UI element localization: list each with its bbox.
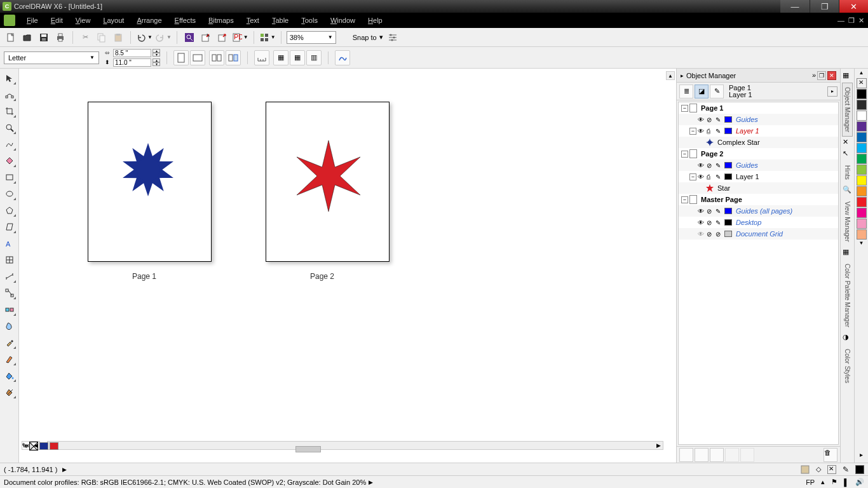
menu-logo-icon[interactable] <box>4 15 15 26</box>
window-minimize-button[interactable]: — <box>780 0 810 13</box>
layer-manager-view-button[interactable]: ≣ <box>679 85 693 98</box>
vscroll-up-button[interactable]: ▲ <box>666 71 675 80</box>
side-tab-view-manager[interactable]: View Manager <box>842 197 853 247</box>
dimension-tool[interactable] <box>3 269 17 283</box>
outline-color-well[interactable] <box>50 442 58 450</box>
magnifier-icon[interactable]: 🔍 <box>843 186 853 196</box>
connector-tool[interactable] <box>3 286 17 300</box>
menu-edit[interactable]: Edit <box>44 17 69 24</box>
undo-button[interactable]: ▼ <box>136 32 153 43</box>
mdi-close-button[interactable]: ✕ <box>858 17 864 25</box>
side-icon-1[interactable]: ▦ <box>843 71 853 81</box>
menu-help[interactable]: Help <box>362 17 389 24</box>
status-next-icon[interactable]: ▶ <box>62 466 67 473</box>
palette-swatch[interactable] <box>857 165 867 175</box>
palette-none-swatch[interactable] <box>857 78 867 88</box>
shape-tool[interactable] <box>3 88 17 102</box>
pick-tool[interactable] <box>3 71 17 85</box>
object-tree[interactable]: −Page 1 👁⊘✎Guides −👁⎙✎Layer 1 Complex St… <box>678 102 839 445</box>
tree-complex-star[interactable]: Complex Star <box>717 139 760 146</box>
crop-tool[interactable] <box>3 104 17 118</box>
paste-button[interactable] <box>111 30 125 44</box>
zoom-tool[interactable] <box>3 121 17 135</box>
side-tab-hints[interactable]: Hints <box>842 161 853 184</box>
layer-color-swatch[interactable] <box>724 116 732 123</box>
editable-icon[interactable]: ✎ <box>715 128 723 135</box>
grid3-button[interactable]: ▥ <box>306 50 322 65</box>
docker-expand-icon[interactable]: » <box>812 71 816 80</box>
visible-icon[interactable]: 👁 <box>698 231 705 238</box>
eyedropper-tool[interactable] <box>3 336 17 349</box>
palette-swatch[interactable] <box>857 143 867 153</box>
visible-icon[interactable]: 👁 <box>698 173 705 180</box>
editable-icon[interactable]: ✎ <box>715 162 723 169</box>
outline-black-indicator[interactable] <box>855 465 864 474</box>
page-height-input[interactable] <box>113 58 151 67</box>
import-button[interactable] <box>199 30 213 44</box>
tree-page2[interactable]: Page 2 <box>701 150 723 158</box>
side-tab-object-manager[interactable]: Object Manager <box>842 83 853 137</box>
rectangle-tool[interactable] <box>3 170 17 184</box>
menu-effects[interactable]: Effects <box>168 17 202 24</box>
text-tool[interactable]: A <box>3 236 17 250</box>
copy-to-layer-button[interactable] <box>740 448 754 462</box>
editable-icon[interactable]: ✎ <box>715 116 723 123</box>
smart-fill-tool[interactable] <box>3 154 17 168</box>
search-content-button[interactable] <box>182 30 196 44</box>
menu-table[interactable]: Table <box>266 17 295 24</box>
menu-layout[interactable]: Layout <box>97 17 130 24</box>
interactive-blend-tool[interactable] <box>3 302 17 316</box>
menu-window[interactable]: Window <box>324 17 362 24</box>
layer-color-swatch[interactable] <box>724 162 732 168</box>
palette-swatch[interactable] <box>857 175 867 186</box>
printable-icon[interactable]: ⎙ <box>707 128 714 135</box>
flag-icon[interactable]: ⚑ <box>831 478 837 486</box>
palette-swatch[interactable] <box>857 121 867 132</box>
publish-pdf-button[interactable]: PDF▼ <box>232 32 248 43</box>
color-styles-icon[interactable]: ◑ <box>843 333 853 343</box>
fill-color-well[interactable] <box>39 442 48 450</box>
docker-close-button[interactable]: ✕ <box>827 71 836 80</box>
canvas-workspace[interactable]: ▲ <box>19 69 676 463</box>
portrait-button[interactable] <box>173 50 189 65</box>
palette-swatch[interactable] <box>857 186 867 196</box>
mdi-minimize-button[interactable]: — <box>837 17 844 25</box>
mdi-restore-button[interactable]: ❐ <box>848 17 855 25</box>
printable-icon[interactable]: ⊘ <box>707 116 714 123</box>
menu-view[interactable]: View <box>69 17 97 24</box>
grid1-button[interactable]: ▦ <box>273 50 288 65</box>
save-button[interactable] <box>37 30 51 44</box>
tree-collapse-icon[interactable]: − <box>681 151 688 158</box>
fill-tool[interactable] <box>3 369 17 383</box>
interactive-fill-tool[interactable] <box>3 385 17 399</box>
print-button[interactable] <box>53 30 67 44</box>
grid2-button[interactable]: ▦ <box>290 50 305 65</box>
layer-color-swatch[interactable] <box>724 219 732 226</box>
freehand-tool[interactable] <box>3 137 17 151</box>
tree-collapse-icon[interactable]: − <box>689 128 696 135</box>
visible-icon[interactable]: 👁 <box>698 116 705 123</box>
palette-swatch[interactable] <box>857 132 867 142</box>
tree-layer1[interactable]: Layer 1 <box>736 127 759 135</box>
palette-swatch[interactable] <box>857 219 867 229</box>
tree-master-page[interactable]: Master Page <box>701 196 742 203</box>
palette-flyout-button[interactable]: ▸ <box>860 451 863 460</box>
chevron-up-icon[interactable]: ▴ <box>821 478 825 486</box>
visible-icon[interactable]: 👁 <box>698 208 705 215</box>
volume-icon[interactable]: 🔊 <box>855 478 864 486</box>
app-launcher-button[interactable]: ▼ <box>259 32 276 43</box>
docker-collapse-icon[interactable]: ▸ <box>681 72 684 79</box>
palette-swatch[interactable] <box>857 154 867 164</box>
side-tab-color-palette-manager[interactable]: Color Palette Manager <box>842 259 853 332</box>
window-maximize-button[interactable]: ❐ <box>810 0 839 13</box>
tree-page1[interactable]: Page 1 <box>701 104 723 112</box>
edit-across-layers-button[interactable]: ✎ <box>710 85 724 98</box>
delete-button[interactable]: 🗑 <box>824 448 837 462</box>
printable-icon[interactable]: ⊘ <box>707 208 714 215</box>
basic-shapes-tool[interactable] <box>3 220 17 234</box>
snap-to-label[interactable]: Snap to <box>353 34 377 41</box>
menu-bitmaps[interactable]: Bitmaps <box>202 17 240 24</box>
status-next-icon[interactable]: ▶ <box>369 479 373 485</box>
no-fill-indicator[interactable] <box>827 465 836 474</box>
layer-color-swatch[interactable] <box>724 208 732 214</box>
